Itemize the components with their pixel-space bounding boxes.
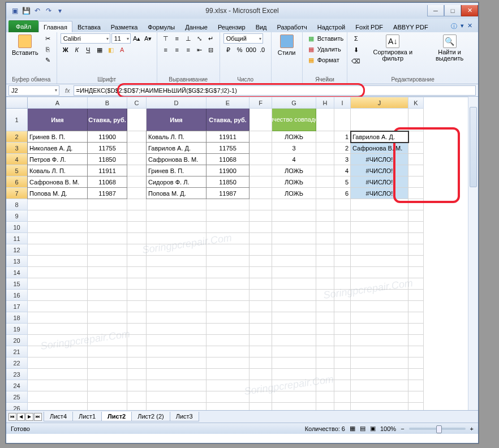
row-header-8[interactable]: 8 xyxy=(6,199,28,210)
cell-J2[interactable]: Гаврилов А. Д. xyxy=(351,131,408,143)
number-format-combo[interactable]: Общий xyxy=(223,33,263,44)
cell-I22[interactable] xyxy=(334,357,351,369)
cell-F19[interactable] xyxy=(250,324,272,335)
cell-A16[interactable] xyxy=(28,290,88,301)
cell-I8[interactable] xyxy=(334,199,351,210)
cell-E2[interactable]: 11911 xyxy=(206,131,250,143)
cell-C26[interactable] xyxy=(127,403,147,410)
cell-J15[interactable] xyxy=(351,278,408,290)
cell-C15[interactable] xyxy=(127,278,147,290)
cell-A25[interactable] xyxy=(28,391,88,403)
cell-B22[interactable] xyxy=(88,357,127,369)
row-header-9[interactable]: 9 xyxy=(6,210,28,222)
fill-color-button[interactable]: ◧ xyxy=(106,45,116,55)
cell-A22[interactable] xyxy=(28,357,88,369)
cell-K17[interactable] xyxy=(408,301,424,312)
row-header-16[interactable]: 16 xyxy=(6,290,28,301)
cell-B11[interactable] xyxy=(88,233,127,244)
cell-K12[interactable] xyxy=(408,244,424,256)
cell-K5[interactable] xyxy=(408,165,424,176)
font-color-button[interactable]: A xyxy=(117,45,127,55)
cell-A15[interactable] xyxy=(28,278,88,290)
col-header-H[interactable]: H xyxy=(316,97,334,109)
clear-icon[interactable]: ⌫ xyxy=(351,56,361,66)
cell-I25[interactable] xyxy=(334,391,351,403)
cell-G22[interactable] xyxy=(272,357,316,369)
cell-B10[interactable] xyxy=(88,222,127,233)
cell-B18[interactable] xyxy=(88,312,127,324)
tab-data[interactable]: Данные xyxy=(180,21,213,32)
col-header-D[interactable]: D xyxy=(147,97,207,109)
orientation-icon[interactable]: ⤡ xyxy=(195,33,205,44)
row-header-17[interactable]: 17 xyxy=(6,301,28,312)
view-normal-icon[interactable]: ▦ xyxy=(350,425,355,432)
cell-K19[interactable] xyxy=(408,324,424,335)
cell-H20[interactable] xyxy=(316,335,334,346)
cell-J6[interactable]: #ЧИСЛО! xyxy=(351,176,408,188)
cell-B19[interactable] xyxy=(88,324,127,335)
cell-D16[interactable] xyxy=(147,290,207,301)
cell-A6[interactable]: Сафронова В. М. xyxy=(27,176,88,188)
cell-G21[interactable] xyxy=(272,346,316,357)
sheet-tab-Лист1[interactable]: Лист1 xyxy=(72,412,102,421)
cell-I23[interactable] xyxy=(334,369,351,380)
row-header-15[interactable]: 15 xyxy=(6,278,28,290)
cell-H7[interactable] xyxy=(316,188,334,199)
percent-icon[interactable]: % xyxy=(235,45,245,55)
cell-A11[interactable] xyxy=(28,233,88,244)
row-header-24[interactable]: 24 xyxy=(6,380,28,391)
cell-I20[interactable] xyxy=(334,335,351,346)
cell-K26[interactable] xyxy=(408,403,424,410)
cell-K8[interactable] xyxy=(408,199,424,210)
cell-K2[interactable] xyxy=(408,131,424,143)
cell-J26[interactable] xyxy=(351,403,408,410)
cell-E15[interactable] xyxy=(207,278,250,290)
cell-F3[interactable] xyxy=(250,143,272,154)
select-all-corner[interactable] xyxy=(6,97,28,109)
cell-J9[interactable] xyxy=(351,210,408,222)
cell-A24[interactable] xyxy=(28,380,88,391)
tab-first-icon[interactable]: ⏮ xyxy=(8,413,16,421)
cell-K9[interactable] xyxy=(408,210,424,222)
cut-icon[interactable]: ✂ xyxy=(43,33,53,44)
cell-D4[interactable]: Сафронова В. М. xyxy=(146,153,207,165)
tab-view[interactable]: Вид xyxy=(251,21,272,32)
cell-E24[interactable] xyxy=(207,380,250,391)
tab-abbyy[interactable]: ABBYY PDF xyxy=(388,21,433,32)
comma-icon[interactable]: 000 xyxy=(246,45,256,55)
cell-F6[interactable] xyxy=(250,176,272,188)
cell-F12[interactable] xyxy=(250,244,272,256)
cell-H2[interactable] xyxy=(316,131,334,143)
tab-file[interactable]: Файл xyxy=(8,20,38,32)
vertical-scrollbar[interactable] xyxy=(468,97,478,410)
tab-foxit[interactable]: Foxit PDF xyxy=(350,21,388,32)
cell-D22[interactable] xyxy=(147,357,207,369)
cell-K16[interactable] xyxy=(408,290,424,301)
autosum-icon[interactable]: Σ xyxy=(351,33,361,44)
cell-H17[interactable] xyxy=(316,301,334,312)
currency-icon[interactable]: ₽ xyxy=(223,45,234,55)
cell-J17[interactable] xyxy=(351,301,408,312)
tab-formulas[interactable]: Формулы xyxy=(143,21,180,32)
cell-E5[interactable]: 11900 xyxy=(206,165,250,176)
cell-F8[interactable] xyxy=(250,199,272,210)
cell-J3[interactable]: Сафронова В. М. xyxy=(351,143,408,154)
cell-C19[interactable] xyxy=(127,324,147,335)
tab-next-icon[interactable]: ▶ xyxy=(25,413,33,421)
cell-D25[interactable] xyxy=(147,391,207,403)
row-header-21[interactable]: 21 xyxy=(6,346,28,357)
close-button[interactable]: ✕ xyxy=(461,5,478,16)
row-header-12[interactable]: 12 xyxy=(6,244,28,256)
cell-I19[interactable] xyxy=(334,324,351,335)
cell-C1[interactable] xyxy=(127,109,147,131)
tab-review[interactable]: Рецензир xyxy=(213,21,251,32)
cell-E17[interactable] xyxy=(207,301,250,312)
cell-B21[interactable] xyxy=(88,346,127,357)
row-header-23[interactable]: 23 xyxy=(6,369,28,380)
merge-icon[interactable]: ⊟ xyxy=(206,45,216,55)
cell-A13[interactable] xyxy=(28,256,88,267)
cell-F10[interactable] xyxy=(250,222,272,233)
row-header-26[interactable]: 26 xyxy=(6,403,28,410)
cell-J13[interactable] xyxy=(351,256,408,267)
align-middle-icon[interactable]: ≡ xyxy=(172,33,182,44)
